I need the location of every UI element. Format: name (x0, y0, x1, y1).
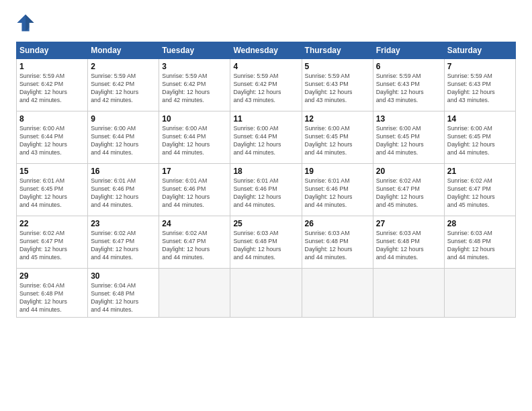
table-cell: 26Sunrise: 6:03 AMSunset: 6:48 PMDayligh… (302, 216, 373, 269)
logo-icon (16, 13, 35, 32)
day-number: 12 (305, 114, 370, 124)
day-info: Sunrise: 6:00 AMSunset: 6:45 PMDaylight:… (305, 125, 370, 157)
day-number: 23 (91, 219, 156, 228)
day-number: 7 (447, 62, 513, 71)
table-cell: 23Sunrise: 6:02 AMSunset: 6:47 PMDayligh… (88, 216, 159, 269)
table-cell: 5Sunrise: 5:59 AMSunset: 6:43 PMDaylight… (302, 59, 373, 111)
day-info: Sunrise: 6:00 AMSunset: 6:45 PMDaylight:… (447, 125, 513, 157)
day-info: Sunrise: 6:02 AMSunset: 6:47 PMDaylight:… (91, 230, 156, 262)
day-number: 25 (233, 219, 298, 228)
table-cell: 21Sunrise: 6:02 AMSunset: 6:47 PMDayligh… (444, 164, 515, 216)
table-cell: 15Sunrise: 6:01 AMSunset: 6:45 PMDayligh… (17, 164, 88, 216)
table-cell: 1Sunrise: 5:59 AMSunset: 6:42 PMDaylight… (17, 59, 88, 111)
day-number: 6 (376, 62, 441, 71)
day-info: Sunrise: 5:59 AMSunset: 6:42 PMDaylight:… (19, 73, 85, 105)
day-number: 11 (233, 114, 298, 124)
logo (16, 13, 38, 32)
header (16, 13, 516, 32)
day-number: 29 (19, 271, 85, 281)
col-monday: Monday (88, 42, 159, 59)
day-number: 18 (233, 167, 298, 176)
day-info: Sunrise: 6:03 AMSunset: 6:48 PMDaylight:… (376, 230, 441, 262)
table-cell: 12Sunrise: 6:00 AMSunset: 6:45 PMDayligh… (302, 111, 373, 164)
day-number: 8 (19, 114, 85, 124)
day-info: Sunrise: 6:00 AMSunset: 6:44 PMDaylight:… (162, 125, 227, 157)
day-info: Sunrise: 6:04 AMSunset: 6:48 PMDaylight:… (19, 282, 85, 314)
table-cell: 28Sunrise: 6:03 AMSunset: 6:48 PMDayligh… (444, 216, 515, 269)
day-info: Sunrise: 6:03 AMSunset: 6:48 PMDaylight:… (233, 230, 298, 262)
table-cell: 2Sunrise: 5:59 AMSunset: 6:42 PMDaylight… (88, 59, 159, 111)
table-cell: 13Sunrise: 6:00 AMSunset: 6:45 PMDayligh… (373, 111, 444, 164)
table-cell: 17Sunrise: 6:01 AMSunset: 6:46 PMDayligh… (159, 164, 230, 216)
day-number: 4 (233, 62, 298, 71)
day-info: Sunrise: 6:01 AMSunset: 6:46 PMDaylight:… (91, 177, 156, 210)
day-info: Sunrise: 6:01 AMSunset: 6:46 PMDaylight:… (305, 177, 370, 210)
col-tuesday: Tuesday (159, 42, 230, 59)
table-cell: 18Sunrise: 6:01 AMSunset: 6:46 PMDayligh… (230, 164, 302, 216)
day-number: 21 (447, 167, 513, 176)
table-cell: 22Sunrise: 6:02 AMSunset: 6:47 PMDayligh… (17, 216, 88, 269)
svg-marker-1 (26, 14, 34, 31)
col-saturday: Saturday (444, 42, 515, 59)
day-number: 20 (376, 167, 441, 176)
day-number: 17 (162, 167, 227, 176)
day-info: Sunrise: 6:00 AMSunset: 6:45 PMDaylight:… (376, 125, 441, 157)
day-number: 27 (376, 219, 441, 228)
day-number: 2 (91, 62, 156, 71)
table-cell: 6Sunrise: 5:59 AMSunset: 6:43 PMDaylight… (373, 59, 444, 111)
day-info: Sunrise: 6:00 AMSunset: 6:44 PMDaylight:… (233, 125, 298, 157)
table-cell: 9Sunrise: 6:00 AMSunset: 6:44 PMDaylight… (88, 111, 159, 164)
day-number: 14 (447, 114, 513, 124)
table-cell: 16Sunrise: 6:01 AMSunset: 6:46 PMDayligh… (88, 164, 159, 216)
day-number: 15 (19, 167, 85, 176)
table-cell: 29Sunrise: 6:04 AMSunset: 6:48 PMDayligh… (17, 269, 88, 318)
header-row: Sunday Monday Tuesday Wednesday Thursday… (17, 42, 516, 59)
table-cell (373, 269, 444, 318)
table-cell: 11Sunrise: 6:00 AMSunset: 6:44 PMDayligh… (230, 111, 302, 164)
col-sunday: Sunday (17, 42, 88, 59)
table-cell (444, 269, 515, 318)
day-number: 28 (447, 219, 513, 228)
table-cell: 3Sunrise: 5:59 AMSunset: 6:42 PMDaylight… (159, 59, 230, 111)
day-info: Sunrise: 6:03 AMSunset: 6:48 PMDaylight:… (447, 230, 513, 262)
day-info: Sunrise: 6:02 AMSunset: 6:47 PMDaylight:… (162, 230, 227, 262)
table-cell: 25Sunrise: 6:03 AMSunset: 6:48 PMDayligh… (230, 216, 302, 269)
day-number: 26 (305, 219, 370, 228)
day-number: 16 (91, 167, 156, 176)
table-cell: 4Sunrise: 5:59 AMSunset: 6:42 PMDaylight… (230, 59, 302, 111)
day-info: Sunrise: 6:00 AMSunset: 6:44 PMDaylight:… (19, 125, 85, 157)
table-cell: 20Sunrise: 6:02 AMSunset: 6:47 PMDayligh… (373, 164, 444, 216)
calendar-table: Sunday Monday Tuesday Wednesday Thursday… (16, 42, 516, 318)
day-number: 19 (305, 167, 370, 176)
day-info: Sunrise: 5:59 AMSunset: 6:43 PMDaylight:… (376, 73, 441, 105)
day-info: Sunrise: 6:03 AMSunset: 6:48 PMDaylight:… (305, 230, 370, 262)
day-number: 30 (91, 271, 156, 281)
table-cell (230, 269, 302, 318)
day-info: Sunrise: 6:00 AMSunset: 6:44 PMDaylight:… (91, 125, 156, 157)
table-cell: 30Sunrise: 6:04 AMSunset: 6:48 PMDayligh… (88, 269, 159, 318)
day-number: 13 (376, 114, 441, 124)
day-info: Sunrise: 6:01 AMSunset: 6:46 PMDaylight:… (233, 177, 298, 210)
col-thursday: Thursday (302, 42, 373, 59)
table-cell: 19Sunrise: 6:01 AMSunset: 6:46 PMDayligh… (302, 164, 373, 216)
table-cell: 27Sunrise: 6:03 AMSunset: 6:48 PMDayligh… (373, 216, 444, 269)
day-info: Sunrise: 5:59 AMSunset: 6:42 PMDaylight:… (233, 73, 298, 105)
day-info: Sunrise: 5:59 AMSunset: 6:42 PMDaylight:… (162, 73, 227, 105)
day-info: Sunrise: 6:01 AMSunset: 6:46 PMDaylight:… (162, 177, 227, 210)
day-number: 3 (162, 62, 227, 71)
table-cell: 8Sunrise: 6:00 AMSunset: 6:44 PMDaylight… (17, 111, 88, 164)
table-cell (302, 269, 373, 318)
table-cell (159, 269, 230, 318)
table-cell: 24Sunrise: 6:02 AMSunset: 6:47 PMDayligh… (159, 216, 230, 269)
day-info: Sunrise: 5:59 AMSunset: 6:43 PMDaylight:… (447, 73, 513, 105)
table-cell: 14Sunrise: 6:00 AMSunset: 6:45 PMDayligh… (444, 111, 515, 164)
day-number: 5 (305, 62, 370, 71)
col-friday: Friday (373, 42, 444, 59)
day-info: Sunrise: 6:02 AMSunset: 6:47 PMDaylight:… (376, 177, 441, 210)
day-info: Sunrise: 5:59 AMSunset: 6:43 PMDaylight:… (305, 73, 370, 105)
day-number: 1 (19, 62, 85, 71)
day-number: 10 (162, 114, 227, 124)
col-wednesday: Wednesday (230, 42, 302, 59)
day-number: 24 (162, 219, 227, 228)
day-number: 9 (91, 114, 156, 124)
